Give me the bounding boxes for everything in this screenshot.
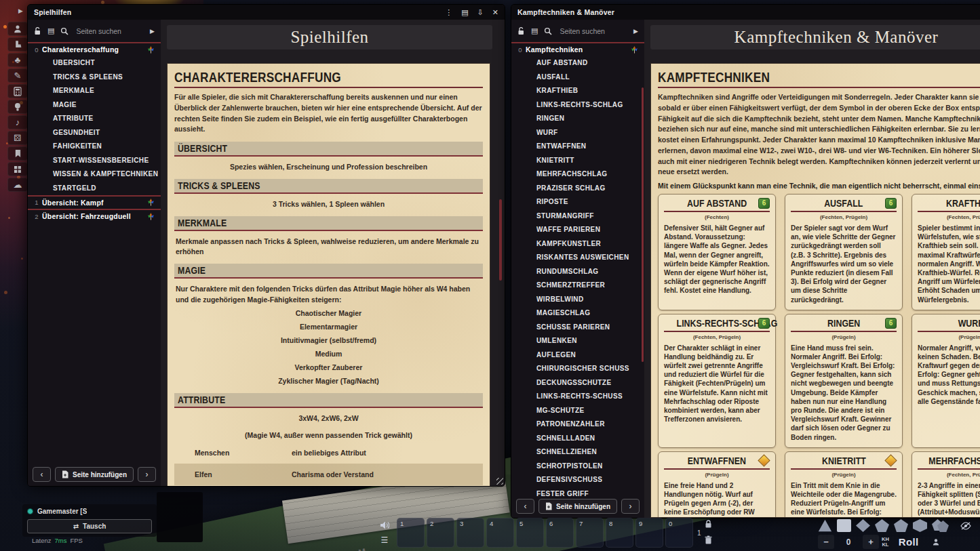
page-list-item[interactable]: MG-SCHÜTZE	[511, 403, 644, 417]
page-list-item[interactable]: STURMANGRIFF	[511, 209, 644, 223]
macro-slot[interactable]: 9	[635, 518, 663, 548]
hamburger-menu-icon[interactable]: ☰	[381, 535, 389, 545]
page-list-item[interactable]: PRÄZISER SCHLAG	[511, 181, 644, 195]
clubs-icon[interactable]: ♣	[7, 53, 28, 67]
macro-slot[interactable]: 0	[665, 518, 693, 548]
roll-visibility-person-icon[interactable]	[932, 538, 940, 546]
search-input[interactable]	[558, 26, 627, 36]
calculator-icon[interactable]	[7, 84, 28, 98]
d100-icon[interactable]	[932, 519, 949, 532]
previous-page-button[interactable]: ‹	[516, 499, 534, 514]
d6-icon[interactable]	[837, 519, 851, 532]
page-list-item[interactable]: START-WISSENSBEREICHE	[28, 153, 161, 167]
page-list-item[interactable]: GESUNDHEIT	[28, 125, 161, 140]
macro-slot[interactable]: 4	[486, 518, 514, 548]
page-list-item[interactable]: MERKMALE	[28, 84, 161, 98]
add-page-button[interactable]: Seite hinzufügen	[538, 499, 617, 514]
unlock-icon[interactable]	[34, 27, 41, 35]
previous-page-button[interactable]: ‹	[33, 467, 51, 482]
import-icon[interactable]: ⇩	[477, 8, 484, 17]
page-list-item[interactable]: 2 Übersicht: Fahrzeugduell	[28, 209, 161, 223]
pencil-icon[interactable]: ✎	[7, 68, 28, 83]
sidebar-collapse-icon[interactable]: ▶	[633, 28, 638, 35]
next-page-button[interactable]: ›	[138, 467, 156, 482]
sidebar-scrollbar-thumb[interactable]	[642, 87, 644, 362]
page-list-item[interactable]: SCHÜSSE PARIEREN	[511, 320, 644, 334]
page-list-item[interactable]: DECKUNGSSCHÜTZE	[511, 375, 644, 390]
macro-slot[interactable]: 7	[576, 518, 604, 548]
page-list-item[interactable]: RIPOSTE	[511, 195, 644, 209]
page-list-item[interactable]: AUSFALL	[511, 70, 644, 84]
macro-slot[interactable]: 3	[456, 518, 484, 548]
page-list-item[interactable]: PATRONENZÄHLER	[511, 417, 644, 432]
macro-slot[interactable]: 1	[397, 518, 425, 548]
page-list-item[interactable]: KAMPFKÜNSTLER	[511, 237, 644, 251]
tiles-grid-icon[interactable]	[7, 162, 28, 176]
macro-slot[interactable]: 2	[427, 518, 454, 548]
page-list-item[interactable]: ATTRIBUTE	[28, 112, 161, 126]
sidebar-collapse-icon[interactable]: ▶	[150, 28, 155, 35]
page-list-item[interactable]: MAGIESCHLAG	[511, 306, 644, 321]
cloud-weather-icon[interactable]: ☁	[7, 178, 28, 192]
page-list-item[interactable]: WIRBELWIND	[511, 292, 644, 306]
d10-icon[interactable]	[875, 519, 889, 532]
trash-icon[interactable]	[705, 535, 712, 547]
bookmark-flag-icon[interactable]	[7, 146, 28, 161]
page-list-item[interactable]: RUNDUMSCHLAG	[511, 264, 644, 279]
actors-tool-icon[interactable]	[7, 22, 28, 36]
dice-face-icon[interactable]: ⚄	[7, 131, 28, 145]
page-list-item[interactable]: FESTER GRIFF	[511, 487, 644, 497]
combat-boot-icon[interactable]	[7, 37, 28, 52]
content-scrollbar-thumb[interactable]	[499, 199, 502, 281]
page-list-item[interactable]: CHIRURGISCHER SCHUSS	[511, 362, 644, 376]
add-page-button[interactable]: Seite hinzufügen	[55, 467, 134, 482]
page-list-item[interactable]: SCHMERZTREFFER	[511, 279, 644, 293]
next-page-button[interactable]: ›	[621, 499, 640, 514]
page-list-item[interactable]: SCHNELLLADEN	[511, 431, 644, 445]
page-list-item[interactable]: WAFFE PARIEREN	[511, 223, 644, 237]
roll-button[interactable]: Roll	[892, 536, 926, 548]
dice-minus-button[interactable]: −	[818, 535, 834, 549]
hidden-roll-eye-icon[interactable]	[960, 522, 971, 530]
page-list-item[interactable]: WISSEN & KAMPFTECHNIKEN	[28, 167, 161, 182]
d4-icon[interactable]	[818, 519, 832, 532]
d20-icon[interactable]	[913, 519, 927, 532]
dice-plus-button[interactable]: +	[863, 535, 879, 549]
pages-icon[interactable]: ▤	[531, 26, 538, 35]
page-list-item[interactable]: RISKANTES AUSWEICHEN	[511, 251, 644, 265]
swap-button[interactable]: ⇄ Tausch	[27, 519, 152, 533]
page-list-item[interactable]: SCHROTPISTOLEN	[511, 459, 644, 473]
page-list-item[interactable]: 0 Charaktererschaffung	[28, 42, 161, 56]
window-titlebar[interactable]: Kampftechniken & Manöver	[511, 5, 980, 20]
page-list-item[interactable]: LINKS-RECHTS-SCHLAG	[511, 98, 644, 112]
player-row[interactable]: Gamemaster [S	[27, 508, 152, 515]
macro-slot[interactable]: 6	[546, 518, 574, 548]
resize-handle[interactable]	[496, 478, 503, 485]
d12-icon[interactable]	[894, 519, 908, 532]
page-list-item[interactable]: MAGIE	[28, 98, 161, 112]
toolbar-expand-icon[interactable]: ▶	[18, 7, 23, 14]
lock-icon[interactable]	[705, 519, 712, 531]
d8-icon[interactable]	[856, 519, 870, 532]
page-list-item[interactable]: DEFENSIVSCHUSS	[511, 473, 644, 487]
page-list-item[interactable]: ÜBERSICHT	[28, 56, 161, 70]
pages-icon[interactable]: ▤	[47, 26, 54, 35]
unlock-icon[interactable]	[517, 27, 525, 35]
page-list-item[interactable]: FÄHIGKEITEN	[28, 140, 161, 154]
page-list-item[interactable]: UMLENKEN	[511, 334, 644, 348]
keep-high-low-toggle[interactable]: KH KL	[882, 537, 889, 548]
page-list-item[interactable]: AUF ABSTAND	[511, 56, 644, 70]
page-list-item[interactable]: STARTGELD	[28, 181, 161, 195]
macro-slot[interactable]: 8	[606, 518, 633, 548]
page-list-item[interactable]: AUFLEGEN	[511, 348, 644, 362]
macro-slot[interactable]: 5	[516, 518, 544, 548]
journal-mode-icon[interactable]: ▤	[461, 8, 468, 17]
page-list-item[interactable]: KRAFTHIEB	[511, 84, 644, 98]
speaker-icon[interactable]	[380, 521, 389, 531]
close-icon[interactable]: ✕	[492, 8, 498, 17]
page-list-item[interactable]: RINGEN	[511, 112, 644, 126]
page-list-item[interactable]: SCHNELLZIEHEN	[511, 445, 644, 460]
page-list-item[interactable]: ENTWAFFNEN	[511, 140, 644, 154]
music-note-icon[interactable]: ♪	[7, 115, 28, 129]
page-list-item[interactable]: 1 Übersicht: Kampf	[28, 195, 161, 209]
